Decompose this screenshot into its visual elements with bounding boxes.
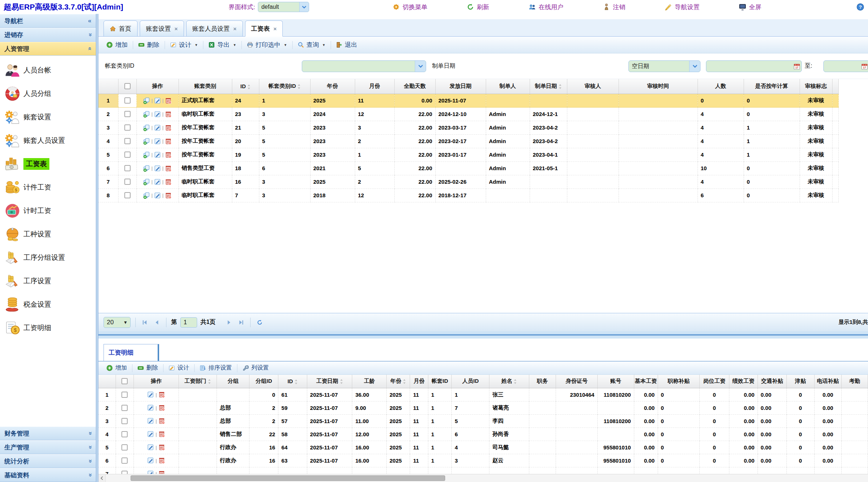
column-header-check[interactable] [118,79,136,94]
row-checkbox[interactable] [121,457,128,464]
table-row[interactable]: 4|销售二部22582025-11-0712.0020251116孙尚香0.00… [98,427,868,441]
tab-payroll-sheet[interactable]: 工资表× [245,20,283,37]
delete-row-button[interactable] [165,97,172,104]
sidebar-section-base-data[interactable]: 基础资料« [0,468,96,482]
page-size-select[interactable]: 20 ▼ [104,317,131,328]
column-header-month[interactable]: 月份 [410,375,428,388]
copy-row-button[interactable] [143,97,150,104]
edit-row-button[interactable] [147,417,154,425]
sidebar-section-statistics[interactable]: 统计分析« [0,454,96,468]
tab-account-set-personnel[interactable]: 账套人员设置× [186,20,243,37]
add-button[interactable]: 增加 [104,363,130,373]
edit-row-button[interactable] [154,151,161,158]
column-header-check[interactable] [116,375,134,388]
prev-page-button[interactable] [153,318,161,327]
refresh-grid-button[interactable] [255,318,264,327]
edit-row-button[interactable] [154,111,161,118]
sidebar-item-process-group-setting[interactable]: 工序分组设置 [0,246,96,269]
row-checkbox[interactable] [124,192,131,198]
top-action-online-users[interactable]: 在线用户 [529,3,563,11]
calendar-icon[interactable]: 17 [860,61,868,72]
column-header-ops[interactable]: 操作 [136,79,179,94]
account-type-id-combo[interactable] [302,60,426,72]
column-setting-button[interactable]: 列设置 [240,363,272,373]
sidebar-header-navbar[interactable]: 导航栏 « [0,14,96,28]
delete-row-button[interactable] [158,404,165,411]
row-checkbox[interactable] [124,97,131,104]
delete-row-button[interactable] [165,192,172,199]
table-row[interactable]: 6||销售类型工资1862021522.00Admin2021-05-1100未… [98,161,838,175]
table-row[interactable]: 4||按年工资帐套2052023222.002023-02-17Admin202… [98,134,838,148]
column-header-month[interactable]: 月份 [355,79,394,94]
edit-row-button[interactable] [154,165,161,172]
delete-row-button[interactable] [165,138,172,145]
column-header-id[interactable]: ID [232,79,259,94]
column-header-account_set_id[interactable]: 帐套ID [428,375,451,388]
column-header-allowance[interactable]: 津贴 [787,375,814,388]
delete-row-button[interactable] [158,430,165,438]
edit-row-button[interactable] [154,178,161,186]
edit-row-button[interactable] [147,404,154,411]
column-header-group_id[interactable]: 分组ID [249,375,278,388]
table-row[interactable]: 1|0612025-11-0736.0020251111张三2301046411… [98,388,868,401]
column-header-group[interactable]: 分组 [217,375,249,388]
column-header-make_date[interactable]: 制单日期 [530,79,567,94]
column-header-audit_flag[interactable]: 审核标志 [800,79,832,94]
row-checkbox[interactable] [121,405,128,411]
chevron-down-icon[interactable] [689,61,700,72]
sidebar-item-payroll-sheet[interactable]: 工资表 [0,152,96,176]
copy-row-button[interactable] [143,178,150,186]
copy-row-button[interactable] [143,165,150,172]
table-row[interactable]: 8||临时职工帐套7320181222.002018-12-1760未审核 [98,188,838,202]
query-button[interactable]: 查询▼ [295,39,328,51]
delete-button[interactable]: 删除 [135,363,161,373]
next-page-button[interactable] [225,318,233,327]
row-checkbox[interactable] [124,138,131,144]
row-checkbox[interactable] [121,444,128,451]
sidebar-item-personnel-ledger[interactable]: 人员台帐 [0,59,96,82]
first-page-button[interactable] [140,318,149,327]
sort-arrows-icon[interactable] [247,84,251,90]
sidebar-item-time-wage[interactable]: 计时工资 [0,199,96,223]
copy-row-button[interactable] [143,138,150,145]
sort-arrows-icon[interactable] [297,84,301,89]
print-selected-button[interactable]: 打印选中▼ [244,39,290,51]
row-checkbox[interactable] [121,431,128,437]
design-button[interactable]: 设计 [166,363,192,373]
row-checkbox[interactable] [121,392,128,398]
column-header-calc_by_year[interactable]: 是否按年计算 [744,79,800,94]
sidebar-item-account-set-personnel[interactable]: 账套人员设置 [0,129,96,152]
table-row[interactable]: 7||临时职工帐套1632025222.002025-02-26Admin40未… [98,175,838,188]
help-button[interactable]: ? [856,3,864,11]
delete-row-button[interactable] [165,111,172,118]
horizontal-scrollbar[interactable] [98,474,868,482]
column-header-perf_salary[interactable]: 绩效工资 [729,375,758,388]
last-page-button[interactable] [237,318,245,327]
column-header-attendance[interactable]: 考勤 [842,375,868,388]
column-header-bank_account[interactable]: 账号 [597,375,634,388]
delete-row-button[interactable] [165,165,172,172]
sidebar-item-process-setting[interactable]: 工序设置 [0,269,96,293]
column-header-id_card[interactable]: 身份证号 [556,375,598,388]
edit-row-button[interactable] [154,192,161,199]
delete-row-button[interactable] [158,444,165,451]
column-header-id[interactable]: ID [278,375,307,388]
table-row[interactable]: 3||按年工资帐套2152023322.002023-03-17Admin202… [98,121,838,134]
table-row[interactable]: 6|行政办16632025-11-0716.0020251113赵云955801… [98,454,868,467]
sidebar-item-piece-wage[interactable]: $计件工资 [0,176,96,199]
close-icon[interactable]: × [174,26,178,32]
delete-row-button[interactable] [165,124,172,131]
column-header-title_allowance[interactable]: 职称补贴 [658,375,699,388]
sort-setting-button[interactable]: 排序设置 [197,363,235,373]
table-row[interactable]: 2||临时职工帐套23320241222.002024-12-10Admin20… [98,107,838,121]
sort-arrows-icon[interactable] [559,84,562,89]
sort-arrows-icon[interactable] [208,379,211,384]
sidebar-splitter[interactable] [96,14,98,482]
column-header-people_count[interactable]: 人数 [698,79,744,94]
row-checkbox[interactable] [124,124,131,131]
row-checkbox[interactable] [124,152,131,158]
table-row[interactable]: 1||正式职工帐套2412025110.002025-11-0700未审核 [98,94,838,107]
chevron-down-icon[interactable] [415,61,426,72]
close-icon[interactable]: × [274,26,277,32]
row-checkbox[interactable] [124,179,131,185]
